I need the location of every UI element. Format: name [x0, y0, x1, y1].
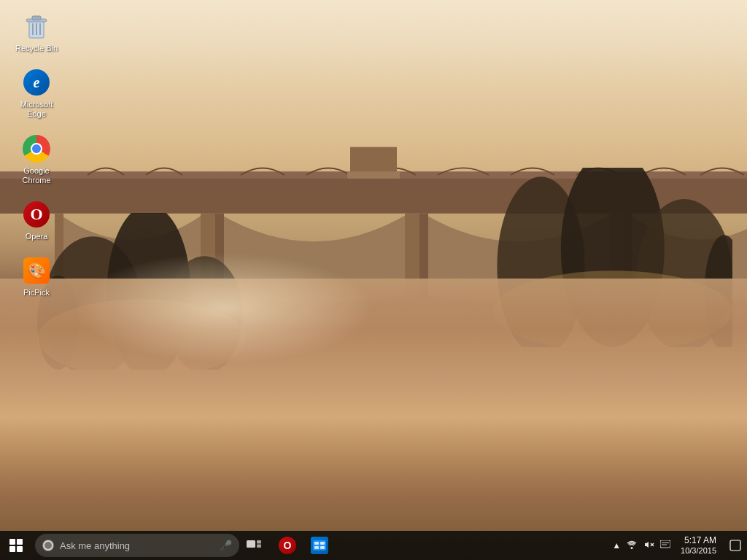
- tray-chevron[interactable]: ▲: [609, 540, 624, 551]
- chrome-shape: [23, 135, 50, 163]
- ground-area: [0, 419, 747, 531]
- svg-rect-31: [314, 542, 319, 545]
- tray-volume[interactable]: [640, 540, 657, 551]
- svg-rect-10: [347, 171, 400, 179]
- taskbar-app-2-icon: [311, 537, 328, 554]
- svg-rect-33: [314, 546, 319, 549]
- taskbar: Ask me anything 🎤 O: [0, 531, 747, 560]
- chrome-label: Google Chrome: [10, 166, 63, 185]
- chrome-inner-circle: [31, 143, 42, 155]
- svg-rect-28: [257, 540, 261, 544]
- chevron-icon: ▲: [612, 540, 621, 551]
- taskbar-app-2[interactable]: [303, 531, 336, 560]
- windows-logo: [9, 539, 23, 552]
- recycle-bin-image: [22, 12, 51, 41]
- win-quad-2: [17, 539, 23, 545]
- tray-network[interactable]: [624, 540, 640, 551]
- search-placeholder: Ask me anything: [60, 540, 130, 551]
- cortana-circle: [42, 540, 54, 551]
- chrome-image: [22, 134, 51, 163]
- win-quad-4: [17, 546, 23, 552]
- opera-taskbar-icon: O: [279, 537, 296, 554]
- system-tray: ▲: [609, 531, 747, 560]
- edge-label: Microsoft Edge: [10, 100, 63, 119]
- svg-rect-38: [660, 540, 670, 548]
- cortana-icon: [43, 540, 53, 551]
- win-quad-1: [9, 539, 15, 545]
- svg-point-35: [631, 547, 633, 549]
- svg-rect-29: [257, 545, 261, 548]
- svg-rect-27: [247, 540, 255, 548]
- svg-rect-32: [320, 542, 325, 545]
- microsoft-edge-icon[interactable]: e Microsoft Edge: [7, 63, 66, 123]
- svg-rect-34: [320, 546, 325, 549]
- taskbar-opera[interactable]: O: [271, 531, 303, 560]
- clock-area[interactable]: 5:17 AM 10/3/2015: [673, 531, 724, 560]
- picpick-label: PicPick: [23, 288, 50, 298]
- mist-effect: [74, 252, 374, 365]
- taskbar-pinned-apps: O: [271, 531, 336, 560]
- edge-image: e: [22, 68, 51, 97]
- notifications-button[interactable]: [724, 531, 747, 560]
- task-view-icon: [247, 540, 261, 551]
- opera-image: O: [22, 200, 51, 229]
- svg-rect-41: [730, 540, 740, 551]
- desktop: Recycle Bin e Microsoft Edge Google Chro…: [0, 0, 747, 560]
- opera-icon[interactable]: O Opera: [7, 195, 66, 246]
- recycle-bin-label: Recycle Bin: [15, 44, 58, 53]
- google-chrome-icon[interactable]: Google Chrome: [7, 130, 66, 190]
- opera-shape: O: [23, 201, 50, 228]
- svg-rect-23: [32, 16, 41, 20]
- recycle-bin-icon[interactable]: Recycle Bin: [7, 7, 66, 58]
- desktop-icons: Recycle Bin e Microsoft Edge Google Chro…: [7, 7, 66, 302]
- search-bar[interactable]: Ask me anything 🎤: [35, 534, 239, 557]
- picpick-image: 🎨: [22, 256, 51, 285]
- win-quad-3: [9, 546, 15, 552]
- clock-time: 5:17 AM: [684, 535, 716, 545]
- clock-date: 10/3/2015: [681, 546, 716, 556]
- tray-message[interactable]: [657, 540, 673, 551]
- task-view-button[interactable]: [239, 531, 268, 560]
- picpick-icon[interactable]: 🎨 PicPick: [7, 252, 66, 302]
- microphone-icon: 🎤: [220, 540, 232, 551]
- opera-label: Opera: [26, 232, 48, 241]
- picpick-shape: 🎨: [23, 257, 50, 284]
- start-button[interactable]: [0, 531, 32, 560]
- edge-shape: e: [23, 69, 50, 96]
